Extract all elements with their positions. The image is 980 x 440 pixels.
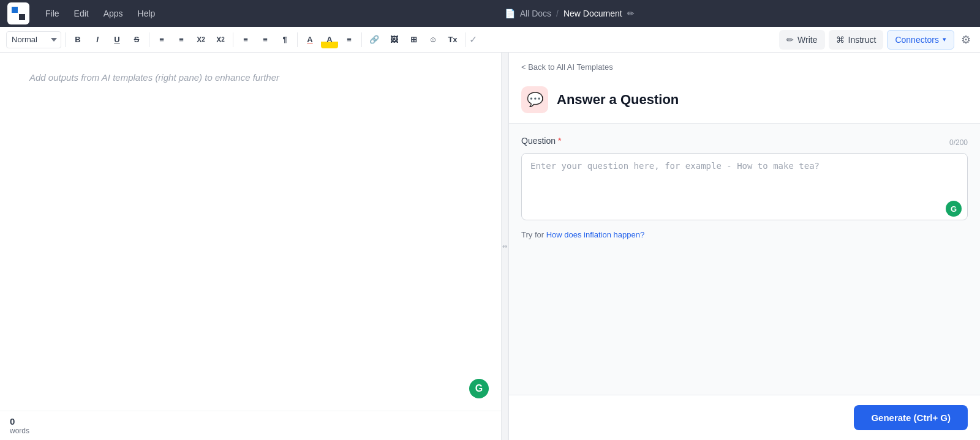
font-color-button[interactable]: A: [301, 31, 318, 48]
unordered-list-button[interactable]: ≡: [173, 31, 190, 48]
settings-button[interactable]: ⚙: [958, 30, 974, 50]
right-pane: < Back to All AI Templates 💬 Answer a Qu…: [508, 53, 980, 440]
italic-button[interactable]: I: [89, 31, 106, 48]
underline-button[interactable]: U: [108, 31, 126, 48]
superscript-button[interactable]: X2: [212, 31, 229, 48]
toolbar-divider-3: [233, 32, 233, 47]
emoji-button[interactable]: ☺: [424, 31, 442, 48]
template-header: 💬 Answer a Question: [521, 79, 968, 123]
grammarly-textarea-icon[interactable]: G: [946, 201, 962, 217]
font-style-select[interactable]: Normal Heading 1 Heading 2 Heading 3: [6, 31, 61, 48]
word-count-label: words: [10, 427, 29, 435]
editor-footer: 0 words: [0, 411, 501, 440]
generate-button[interactable]: Generate (Ctrl+ G): [854, 405, 968, 430]
text-align-button[interactable]: ≡: [341, 31, 358, 48]
breadcrumb: 📄 All Docs / New Document ✏: [166, 9, 973, 18]
nav-menu: File Edit Apps Help: [39, 6, 161, 21]
instruct-icon: ⌘: [836, 35, 845, 45]
editor-pane: Add outputs from AI templates (right pan…: [0, 53, 501, 440]
subscript-button[interactable]: X2: [192, 31, 209, 48]
required-star: *: [558, 136, 561, 146]
app-logo: [7, 2, 29, 24]
word-count: 0: [10, 416, 29, 427]
align-left-button[interactable]: ≡: [237, 31, 254, 48]
breadcrumb-separator: /: [556, 9, 559, 18]
write-icon: ✏: [786, 35, 794, 45]
try-for-link[interactable]: How does inflation happen?: [546, 230, 644, 239]
align-center-button[interactable]: ≡: [257, 31, 274, 48]
toolbar-divider-5: [361, 32, 362, 47]
toolbar-divider-1: [65, 32, 66, 47]
top-navigation: File Edit Apps Help 📄 All Docs / New Doc…: [0, 0, 980, 27]
nav-edit[interactable]: Edit: [68, 6, 95, 21]
clear-format-button[interactable]: Tx: [444, 31, 461, 48]
question-field-wrapper: G: [521, 153, 968, 223]
link-button[interactable]: 🔗: [366, 31, 383, 48]
question-label: Question *: [521, 136, 562, 146]
resize-handle[interactable]: ⇔: [501, 53, 508, 440]
doc-icon: 📄: [505, 9, 515, 18]
template-icon: 💬: [521, 86, 548, 113]
main-layout: Add outputs from AI templates (right pan…: [0, 53, 980, 440]
back-link[interactable]: < Back to All AI Templates: [521, 62, 968, 79]
toolbar-actions: ✏ Write ⌘ Instruct Connectors ▾ ⚙: [779, 30, 974, 50]
check-icon: ✓: [469, 34, 477, 45]
table-button[interactable]: ⊞: [405, 31, 422, 48]
instruct-label: Instruct: [848, 35, 876, 45]
right-pane-body: Question * 0/200 G Try for How does infl…: [509, 124, 980, 395]
editor-placeholder: Add outputs from AI templates (right pan…: [29, 72, 472, 83]
toolbar-divider-6: [465, 32, 466, 47]
connectors-label: Connectors: [895, 35, 939, 45]
right-pane-footer: Generate (Ctrl+ G): [509, 395, 980, 440]
ordered-list-button[interactable]: ≡: [153, 31, 170, 48]
nav-apps[interactable]: Apps: [97, 6, 129, 21]
instruct-button[interactable]: ⌘ Instruct: [829, 30, 884, 50]
connectors-button[interactable]: Connectors ▾: [887, 30, 954, 50]
grammarly-editor-icon[interactable]: G: [469, 379, 489, 398]
gear-icon: ⚙: [961, 34, 971, 46]
image-button[interactable]: 🖼: [385, 31, 402, 48]
write-button[interactable]: ✏ Write: [779, 30, 824, 50]
bold-button[interactable]: B: [69, 31, 86, 48]
editor-toolbar: Normal Heading 1 Heading 2 Heading 3 B I…: [0, 27, 980, 53]
chevron-down-icon: ▾: [943, 35, 946, 43]
char-count: 0/200: [949, 138, 968, 147]
question-textarea[interactable]: [521, 153, 968, 220]
current-doc-title: New Document: [564, 9, 622, 18]
toolbar-divider-4: [297, 32, 298, 47]
nav-file[interactable]: File: [39, 6, 66, 21]
try-for-text: Try for How does inflation happen?: [521, 230, 968, 239]
toolbar-divider-2: [149, 32, 149, 47]
write-label: Write: [797, 35, 817, 45]
strikethrough-button[interactable]: S: [128, 31, 145, 48]
template-title: Answer a Question: [557, 92, 679, 108]
question-field-header: Question * 0/200: [521, 136, 968, 149]
paragraph-button[interactable]: ¶: [276, 31, 293, 48]
edit-title-icon[interactable]: ✏: [627, 9, 635, 18]
all-docs-link[interactable]: All Docs: [520, 9, 551, 18]
editor-content[interactable]: Add outputs from AI templates (right pan…: [0, 53, 501, 411]
right-pane-header: < Back to All AI Templates 💬 Answer a Qu…: [509, 53, 980, 124]
highlight-button[interactable]: A: [321, 31, 338, 48]
nav-help[interactable]: Help: [132, 6, 162, 21]
